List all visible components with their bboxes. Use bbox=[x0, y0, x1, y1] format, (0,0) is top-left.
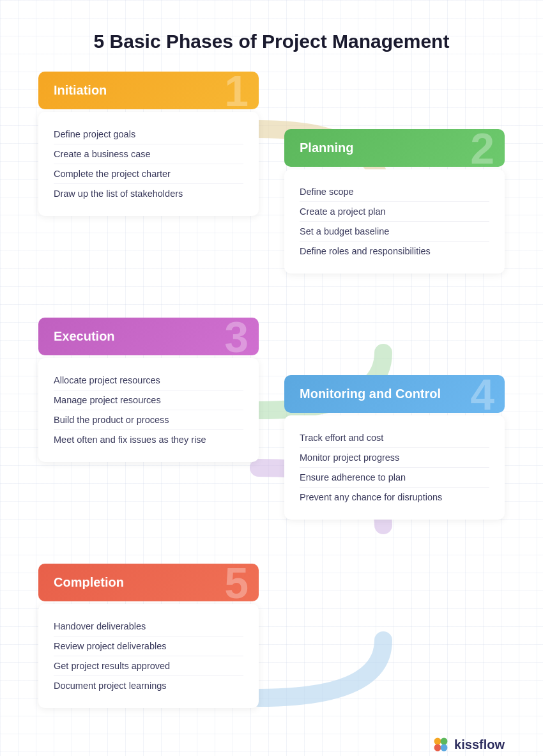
list-item: Monitor project progress bbox=[300, 448, 489, 468]
list-item: Ensure adherence to plan bbox=[300, 468, 489, 488]
list-item: Complete the project charter bbox=[54, 164, 243, 184]
phase-initiation-list: Define project goals Create a business c… bbox=[54, 125, 243, 203]
phase-execution-list: Allocate project resources Manage projec… bbox=[54, 371, 243, 449]
phase-monitoring-header: Monitoring and Control 4 bbox=[284, 375, 505, 413]
phase-completion: Completion 5 Handover deliverables Revie… bbox=[38, 564, 259, 708]
phase-monitoring-title: Monitoring and Control bbox=[300, 387, 441, 401]
svg-point-3 bbox=[441, 744, 448, 752]
phase-execution-number: 3 bbox=[224, 318, 249, 355]
phase-initiation-body: Define project goals Create a business c… bbox=[38, 112, 259, 216]
list-item: Manage project resources bbox=[54, 390, 243, 410]
phase-monitoring-list: Track effort and cost Monitor project pr… bbox=[300, 428, 489, 507]
phase-execution: Execution 3 Allocate project resources M… bbox=[38, 318, 259, 462]
list-item: Meet often and fix issues as they rise bbox=[54, 430, 243, 449]
phase-planning: Planning 2 Define scope Create a project… bbox=[284, 129, 505, 274]
phase-execution-body: Allocate project resources Manage projec… bbox=[38, 358, 259, 462]
list-item: Create a business case bbox=[54, 144, 243, 164]
list-item: Create a project plan bbox=[300, 202, 489, 222]
svg-point-2 bbox=[434, 744, 441, 752]
list-item: Draw up the list of stakeholders bbox=[54, 184, 243, 203]
list-item: Build the product or process bbox=[54, 410, 243, 430]
phase-initiation-header: Initiation 1 bbox=[38, 72, 259, 109]
list-item: Document project learnings bbox=[54, 676, 243, 695]
list-item: Review project deliverables bbox=[54, 636, 243, 656]
logo-container: kissflow bbox=[0, 723, 543, 756]
phase-completion-list: Handover deliverables Review project del… bbox=[54, 617, 243, 695]
phases-layout: Initiation 1 Define project goals Create… bbox=[38, 72, 505, 723]
list-item: Define project goals bbox=[54, 125, 243, 144]
phase-initiation-number: 1 bbox=[224, 72, 249, 109]
list-item: Track effort and cost bbox=[300, 428, 489, 448]
phase-completion-number: 5 bbox=[224, 564, 249, 601]
phase-planning-list: Define scope Create a project plan Set a… bbox=[300, 182, 489, 261]
phase-initiation: Initiation 1 Define project goals Create… bbox=[38, 72, 259, 216]
list-item: Define roles and responsibilities bbox=[300, 242, 489, 261]
phase-monitoring: Monitoring and Control 4 Track effort an… bbox=[284, 375, 505, 520]
logo-text: kissflow bbox=[454, 737, 505, 752]
list-item: Get project results approved bbox=[54, 656, 243, 676]
phase-planning-title: Planning bbox=[300, 141, 353, 155]
phase-completion-title: Completion bbox=[54, 575, 124, 589]
phase-execution-header: Execution 3 bbox=[38, 318, 259, 355]
list-item: Define scope bbox=[300, 182, 489, 202]
phase-monitoring-body: Track effort and cost Monitor project pr… bbox=[284, 415, 505, 520]
page-content: 5 Basic Phases of Project Management Ini… bbox=[0, 0, 543, 723]
svg-point-1 bbox=[441, 738, 448, 745]
phase-initiation-title: Initiation bbox=[54, 83, 107, 97]
kissflow-icon bbox=[432, 736, 449, 753]
page-title: 5 Basic Phases of Project Management bbox=[38, 0, 505, 72]
list-item: Handover deliverables bbox=[54, 617, 243, 636]
phase-planning-number: 2 bbox=[470, 129, 494, 167]
list-item: Set a budget baseline bbox=[300, 222, 489, 242]
phase-completion-body: Handover deliverables Review project del… bbox=[38, 604, 259, 708]
phase-execution-title: Execution bbox=[54, 329, 115, 343]
phase-monitoring-number: 4 bbox=[470, 375, 494, 413]
phase-planning-header: Planning 2 bbox=[284, 129, 505, 167]
svg-point-0 bbox=[434, 738, 441, 745]
list-item: Allocate project resources bbox=[54, 371, 243, 390]
phase-completion-header: Completion 5 bbox=[38, 564, 259, 601]
phase-planning-body: Define scope Create a project plan Set a… bbox=[284, 169, 505, 274]
list-item: Prevent any chance for disruptions bbox=[300, 488, 489, 507]
